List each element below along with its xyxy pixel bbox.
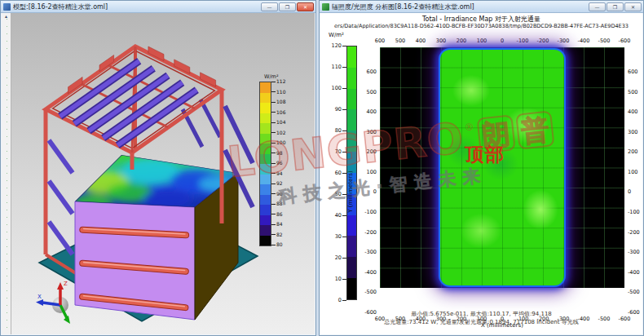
irradiance-window-controls: — ❐ ✕: [589, 2, 642, 11]
close-button[interactable]: ✕: [297, 2, 314, 11]
y-axis-tick-label: 600: [367, 69, 377, 75]
model-window-icon: [3, 3, 11, 11]
y-axis-tick-label: 200: [628, 148, 637, 155]
model-legend-tick-label: 110: [271, 89, 285, 95]
x-axis-top-ticks: 6005004003002001000-100-200-300-400-500-…: [380, 38, 624, 45]
z-axis-label: Z: [64, 281, 68, 287]
colorbar-segment: [347, 89, 356, 110]
y-axis-tick-label: 400: [628, 108, 637, 115]
x-axis-tick-label: 600: [375, 38, 385, 44]
model-window-content: ▴: [2, 13, 315, 334]
colorbar-tick-label: 100: [332, 85, 346, 91]
model-window: 模型:[8.16-2查特精注水堂.oml] — ❐ ✕ ▴: [0, 0, 316, 336]
axis-triad: Z X: [33, 277, 90, 328]
model-legend-tick-label: 80: [271, 241, 283, 248]
y-axis-title: Y (millimeters): [347, 170, 354, 212]
z-axis-arrowhead: [57, 282, 64, 290]
colorbar-tick-label: 110: [332, 64, 346, 70]
model-legend-segment: [260, 103, 271, 113]
y-axis-tick-label: -300: [364, 249, 377, 255]
colorbar-segment: [347, 46, 356, 68]
x-axis-tick-label: -400: [578, 38, 590, 44]
cage-slat: [201, 99, 220, 137]
y-axis-left-ticks: 6005004003002001000-100-200-300-400-500-…: [362, 72, 378, 312]
minimize-button[interactable]: —: [261, 2, 278, 11]
model-legend-tick-label: 86: [271, 211, 283, 218]
irradiance-plot-area: 6005004003002001000-100-200-300-400-500-…: [380, 38, 624, 288]
model-legend-segment: [260, 215, 271, 226]
model-legend-segment: [260, 175, 271, 185]
colorbar-segment: [347, 236, 356, 257]
stats-line-2: 总光通量:73.412 W, 光通量/发射光通量:0.1894, 717108 …: [320, 318, 642, 326]
screen: 模型:[8.16-2查特精注水堂.oml] — ❐ ✕ ▴: [0, 0, 644, 336]
x-axis-tick-label: 0: [501, 38, 504, 44]
y-axis-tick-label: -500: [628, 289, 640, 295]
y-axis-tick-label: 100: [367, 169, 377, 175]
model-legend-segment: [260, 123, 271, 134]
model-legend-tick-label: 88: [271, 201, 283, 207]
strip-expand-arrow[interactable]: ▴: [2, 13, 11, 19]
y-axis-tick-label: -300: [628, 249, 640, 255]
model-window-controls: — ❐ ✕: [261, 2, 314, 11]
y-axis-tick-label: 100: [628, 169, 637, 175]
model-3d-viewport[interactable]: W/m² 11211010810610410210098969492908886…: [11, 13, 315, 334]
model-legend-tick-label: 96: [271, 160, 283, 166]
model-legend-segment: [260, 195, 271, 206]
minimize-button[interactable]: —: [589, 2, 606, 11]
close-button[interactable]: ✕: [624, 2, 642, 11]
model-legend-labels: 1121101081061041021009896949290888684828…: [271, 82, 302, 245]
irradiance-high-region: [440, 50, 564, 285]
colorbar-tick-label: 80: [335, 127, 346, 134]
irradiance-window-titlebar[interactable]: 辐照度/光照度 分析图[8.16-2查特精注水堂.oml] — ❐ ✕: [320, 1, 643, 13]
model-legend-segment: [260, 93, 271, 104]
model-legend-segment: [260, 164, 271, 175]
restore-button[interactable]: ❐: [607, 2, 624, 11]
colorbar-segment: [347, 215, 356, 237]
model-legend-segment: [260, 184, 271, 195]
x-axis-arrowhead: [36, 299, 43, 306]
chart-source-path: ers/Data/Application/83C9A118-D562-410D-…: [320, 23, 642, 29]
y-axis-tick-label: 600: [628, 69, 637, 75]
model-legend-segment: [260, 144, 271, 154]
model-irradiance-legend: W/m² 11211010810610410210098969492908886…: [259, 73, 305, 246]
cage-top-slats: [60, 61, 197, 145]
model-legend-segment: [260, 113, 271, 124]
model-legend-tick-label: 106: [271, 109, 285, 116]
colorbar-tick-label: 40: [335, 212, 346, 219]
x-axis-tick-label: -300: [558, 38, 570, 44]
model-legend-bar: [259, 82, 271, 246]
y-axis-tick-label: -500: [364, 289, 377, 295]
model-legend-tick-label: 100: [271, 139, 285, 146]
map-annotation: 顶部: [465, 142, 505, 167]
y-axis-tick-label: 0: [373, 188, 377, 195]
x-axis-tick-label: -200: [537, 38, 549, 44]
colorbar-segment: [347, 257, 356, 278]
colorbar-tick-label: 90: [335, 106, 346, 113]
x-axis-label: X: [37, 294, 42, 300]
x-axis-tick-label: 100: [477, 38, 487, 44]
model-legend-tick-label: 104: [271, 119, 285, 126]
colorbar-tick-label: 60: [335, 170, 346, 176]
colorbar-unit: W/m²: [329, 32, 344, 38]
model-legend-segment: [260, 82, 271, 93]
model-legend-segment: [260, 236, 271, 246]
x-axis-tick-label: 500: [395, 38, 405, 44]
restore-button[interactable]: ❐: [279, 2, 296, 11]
irradiance-map[interactable]: 顶部: [380, 47, 624, 288]
colorbar-segment: [347, 278, 356, 299]
model-legend-tick-label: 90: [271, 191, 283, 197]
y-axis-tick-label: -400: [364, 269, 377, 276]
colorbar-tick-label: 50: [335, 191, 346, 197]
y-axis-tick-label: 300: [628, 129, 637, 135]
x-axis-tick-label: -500: [598, 38, 611, 44]
model-tree-collapsed-strip[interactable]: ▴: [2, 13, 11, 334]
colorbar-tick-label: 0: [338, 297, 346, 303]
colorbar-segment: [347, 68, 356, 89]
y-axis-tick-label: 200: [367, 148, 377, 155]
model-window-titlebar[interactable]: 模型:[8.16-2查特精注水堂.oml] — ❐ ✕: [1, 1, 315, 13]
irradiance-window-title: 辐照度/光照度 分析图[8.16-2查特精注水堂.oml]: [332, 2, 587, 11]
irradiance-window-icon: [322, 3, 329, 11]
model-legend-tick-label: 102: [271, 130, 285, 136]
colorbar-segment: [347, 109, 356, 130]
model-legend-segment: [260, 225, 271, 236]
